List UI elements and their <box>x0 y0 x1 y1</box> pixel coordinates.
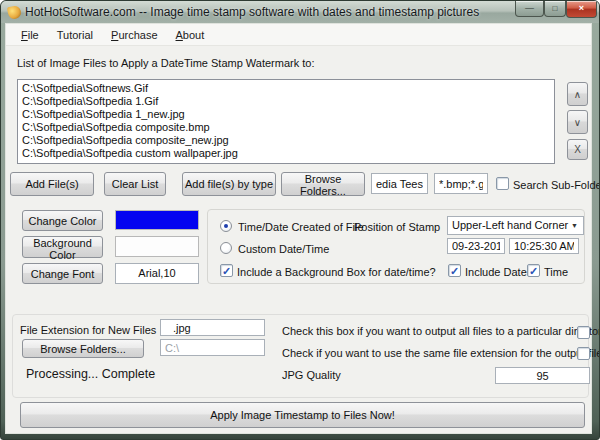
browse-folders-button[interactable]: Browse Folders... <box>281 172 365 196</box>
menu-file[interactable]: File <box>12 25 48 45</box>
menu-about[interactable]: About <box>167 25 214 45</box>
list-item[interactable]: C:\Softpedia\Softpedia composite.bmp <box>22 121 550 134</box>
output-directory-check-label: Check this box if you want to output all… <box>282 325 600 337</box>
up-arrow-icon: ∧ <box>574 89 581 100</box>
search-subfolders-checkbox[interactable] <box>496 177 509 190</box>
include-time-label: Time <box>544 266 568 278</box>
custom-datetime-label: Custom Date/Time <box>238 243 329 255</box>
position-dropdown[interactable]: Upper-Left hand Corner ▼ <box>447 216 584 235</box>
position-of-stamp-label: Position of Stamp <box>354 221 440 233</box>
move-down-button[interactable]: ∨ <box>567 110 588 134</box>
app-window: HotHotSoftware.com -- Image time stamp s… <box>0 0 600 440</box>
include-background-checkbox[interactable]: ✓ <box>220 264 233 277</box>
output-browse-folders-button[interactable]: Browse Folders... <box>22 339 144 358</box>
remove-file-button[interactable]: X <box>567 139 588 160</box>
maximize-button[interactable]: □ <box>544 1 566 17</box>
position-value: Upper-Left hand Corner <box>452 219 568 231</box>
apply-timestamp-button[interactable]: Apply Image Timestamp to Files Now! <box>20 402 585 428</box>
title-bar[interactable]: HotHotSoftware.com -- Image time stamp s… <box>1 1 600 23</box>
include-time-checkbox[interactable]: ✓ <box>527 264 540 277</box>
menu-bar: File Tutorial Purchase About <box>6 24 591 46</box>
file-listbox[interactable]: C:\Softpedia\Softnews.Gif C:\Softpedia\S… <box>17 79 555 164</box>
same-extension-check-label: Check if you want to use the same file e… <box>282 347 600 359</box>
file-extension-label: File Extension for New Files <box>20 324 156 336</box>
minimize-icon: — <box>525 3 534 13</box>
change-color-button[interactable]: Change Color <box>22 210 103 231</box>
list-item[interactable]: C:\Softpedia\Softpedia 1.Gif <box>22 95 550 108</box>
app-icon <box>7 5 22 20</box>
include-date-label: Include Date <box>465 266 527 278</box>
down-arrow-icon: ∨ <box>574 117 581 128</box>
date-input[interactable] <box>447 238 505 254</box>
output-directory-checkbox[interactable] <box>577 326 590 339</box>
menu-purchase[interactable]: Purchase <box>102 25 166 45</box>
remove-icon: X <box>574 144 581 155</box>
close-icon: × <box>579 3 584 13</box>
minimize-button[interactable]: — <box>515 1 544 17</box>
background-color-swatch <box>115 236 199 257</box>
maximize-icon: □ <box>553 4 558 13</box>
chevron-down-icon: ▼ <box>571 222 578 229</box>
filename-filter-input[interactable] <box>371 173 428 194</box>
menu-tutorial[interactable]: Tutorial <box>48 25 102 45</box>
stamp-color-swatch <box>115 210 199 230</box>
file-list-label: List of Image Files to Apply a DateTime … <box>17 57 315 69</box>
include-background-label: Include a Background Box for date/time? <box>237 266 436 278</box>
status-text: Processing... Complete <box>26 367 155 381</box>
timedate-created-radio[interactable] <box>220 220 232 232</box>
move-up-button[interactable]: ∧ <box>567 82 588 106</box>
list-item[interactable]: C:\Softpedia\Softpedia custom wallpaper.… <box>22 147 550 160</box>
same-extension-checkbox[interactable] <box>577 347 590 360</box>
font-value-field: Arial,10 <box>115 263 199 284</box>
include-date-checkbox[interactable]: ✓ <box>448 264 461 277</box>
add-files-by-type-button[interactable]: Add file(s) by type <box>182 172 276 196</box>
checkmark-icon: ✓ <box>529 265 538 277</box>
add-files-button[interactable]: Add File(s) <box>10 172 94 196</box>
client-area: File Tutorial Purchase About List of Ima… <box>5 23 592 434</box>
checkmark-icon: ✓ <box>450 265 459 277</box>
search-subfolders-label: Search Sub-Folders <box>513 179 600 191</box>
window-title: HotHotSoftware.com -- Image time stamp s… <box>25 5 479 19</box>
clear-list-button[interactable]: Clear List <box>104 172 166 196</box>
list-item[interactable]: C:\Softpedia\Softnews.Gif <box>22 82 550 95</box>
jpg-quality-input[interactable] <box>495 367 590 384</box>
time-input[interactable] <box>509 238 579 254</box>
list-item[interactable]: C:\Softpedia\Softpedia composite_new.jpg <box>22 134 550 147</box>
file-extension-input[interactable] <box>160 319 265 336</box>
close-button[interactable]: × <box>566 1 597 18</box>
checkmark-icon: ✓ <box>222 265 231 277</box>
filetype-filter-input[interactable] <box>434 173 488 194</box>
output-directory-input[interactable] <box>160 339 265 356</box>
background-color-button[interactable]: Background Color <box>22 236 103 258</box>
jpg-quality-label: JPG Quality <box>282 369 341 381</box>
custom-datetime-radio[interactable] <box>220 242 232 254</box>
list-item[interactable]: C:\Softpedia\Softpedia 1_new.jpg <box>22 108 550 121</box>
timedate-created-label: Time/Date Created of File <box>238 221 364 233</box>
change-font-button[interactable]: Change Font <box>22 263 103 284</box>
